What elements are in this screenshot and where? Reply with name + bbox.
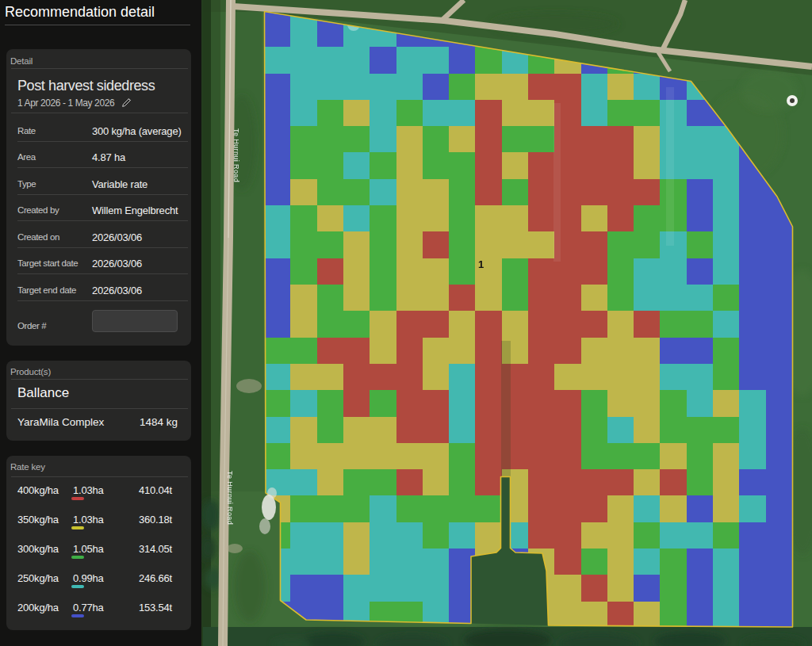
svg-text:Te Hurnui Road: Te Hurnui Road [232, 128, 240, 182]
svg-text:1: 1 [478, 258, 484, 270]
svg-text:Te Hurnui Road: Te Hurnui Road [226, 471, 234, 525]
